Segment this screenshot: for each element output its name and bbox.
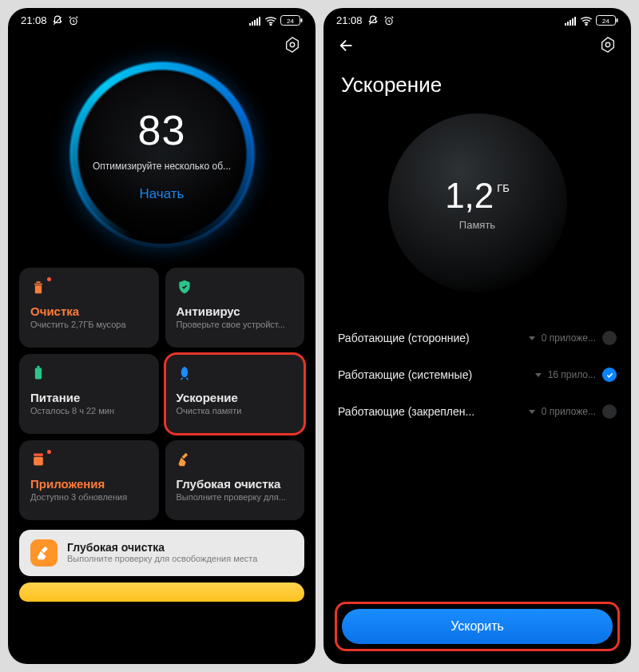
tile-subtitle: Очистить 2,7ГБ мусора — [30, 320, 148, 329]
wifi-icon — [264, 16, 277, 26]
promo-strip[interactable] — [19, 583, 304, 602]
svg-point-11 — [290, 42, 295, 47]
svg-rect-18 — [565, 23, 566, 26]
svg-point-27 — [605, 42, 610, 47]
deep-clean-sub: Выполните проверку для освобождения мест… — [67, 554, 293, 565]
tile-title: Очистка — [30, 304, 148, 318]
tile-title: Антивирус — [177, 304, 294, 318]
svg-rect-15 — [34, 454, 43, 456]
svg-point-23 — [585, 24, 587, 26]
memory-label: Память — [459, 219, 495, 231]
cta-highlight: Ускорить — [335, 602, 620, 651]
tile-subtitle: Доступно 3 обновления — [30, 492, 148, 502]
deep-clean-card[interactable]: Глубокая очистка Выполните проверку для … — [19, 530, 304, 576]
tile-antivirus[interactable]: Антивирус Проверьте свое устройст... — [165, 268, 305, 348]
tile-title: Глубокая очистка — [177, 477, 294, 491]
tile-boost[interactable]: Ускорение Очистка памяти — [165, 354, 305, 434]
svg-rect-25 — [617, 18, 618, 22]
checkbox-unchecked-icon[interactable] — [602, 404, 617, 419]
svg-rect-6 — [259, 17, 260, 26]
svg-rect-4 — [254, 20, 256, 26]
row-value: 16 прило... — [548, 369, 596, 380]
row-pinned[interactable]: Работающие (закреплен... 0 приложе... — [338, 393, 617, 430]
tile-subtitle: Выполните проверку для... — [177, 492, 294, 502]
tile-title: Питание — [30, 391, 148, 404]
signal-icon — [565, 16, 577, 26]
chevron-down-icon — [529, 336, 535, 340]
phone-security-app: 21:08 24 83 Оптимизируйте несколько об..… — [8, 8, 316, 664]
top-bar — [8, 30, 316, 60]
score-value: 83 — [138, 106, 186, 154]
svg-rect-22 — [574, 17, 576, 26]
notification-dot-icon — [47, 277, 51, 281]
tile-subtitle: Проверьте свое устройст... — [177, 320, 294, 329]
row-label: Работающие (сторонние) — [338, 332, 470, 344]
svg-rect-12 — [35, 368, 42, 379]
chevron-down-icon — [535, 373, 542, 377]
phone-boost-app: 21:08 24 Ускорение 1,2 ГБ Память Работаю… — [323, 8, 631, 664]
score-circle: 83 Оптимизируйте несколько об... Начать — [73, 65, 252, 244]
svg-rect-20 — [570, 20, 571, 26]
tile-title: Приложения — [30, 477, 148, 491]
antivirus-icon — [177, 279, 194, 296]
svg-text:24: 24 — [287, 18, 294, 25]
memory-section: 1,2 ГБ Память — [323, 104, 631, 313]
alarm-icon — [383, 15, 395, 26]
deep-clean-title: Глубокая очистка — [67, 541, 293, 554]
status-bar: 21:08 24 — [8, 8, 316, 30]
svg-rect-19 — [567, 22, 569, 26]
tile-power[interactable]: Питание Осталось 8 ч 22 мин — [19, 354, 159, 434]
svg-rect-14 — [34, 457, 43, 466]
row-system[interactable]: Работающие (системные) 16 прило... — [338, 356, 617, 393]
process-list: Работающие (сторонние) 0 приложе... Рабо… — [323, 313, 631, 430]
tile-cleanup[interactable]: Очистка Очистить 2,7ГБ мусора — [19, 268, 159, 348]
memory-value: 1,2 — [445, 176, 494, 216]
status-time: 21:08 — [21, 14, 47, 26]
status-time: 21:08 — [336, 14, 363, 26]
row-value: 0 приложе... — [542, 406, 596, 417]
status-bar: 21:08 24 — [323, 8, 631, 30]
svg-rect-13 — [37, 366, 39, 368]
svg-text:24: 24 — [602, 18, 609, 25]
top-bar — [323, 30, 631, 62]
tile-subtitle: Очистка памяти — [177, 406, 294, 416]
tile-subtitle: Осталось 8 ч 22 мин — [30, 406, 148, 416]
apps-icon — [30, 451, 48, 469]
svg-rect-2 — [249, 23, 251, 26]
dnd-icon — [52, 15, 63, 26]
svg-rect-9 — [301, 18, 303, 22]
boost-icon — [177, 365, 194, 383]
cleanup-icon — [30, 279, 48, 296]
start-button[interactable]: Начать — [140, 186, 185, 202]
battery-icon: 24 — [596, 15, 618, 26]
memory-unit: ГБ — [497, 182, 510, 194]
tile-apps[interactable]: Приложения Доступно 3 обновления — [19, 440, 159, 520]
score-hint: Оптимизируйте несколько об... — [93, 161, 231, 172]
alarm-icon — [68, 15, 79, 26]
deepclean-icon — [177, 451, 194, 469]
broom-icon — [30, 539, 58, 567]
back-icon[interactable] — [338, 36, 357, 55]
settings-icon[interactable] — [599, 36, 617, 54]
row-value: 0 приложе... — [542, 332, 596, 344]
score-section: 83 Оптимизируйте несколько об... Начать — [8, 60, 316, 258]
tile-deepclean[interactable]: Глубокая очистка Выполните проверку для.… — [165, 440, 305, 520]
checkbox-unchecked-icon[interactable] — [602, 331, 617, 345]
svg-rect-5 — [256, 18, 258, 26]
checkbox-checked-icon[interactable] — [602, 368, 617, 382]
chevron-down-icon — [529, 410, 535, 414]
dnd-icon — [367, 15, 379, 26]
row-label: Работающие (закреплен... — [338, 405, 474, 418]
wifi-icon — [580, 16, 593, 26]
svg-point-7 — [270, 24, 272, 26]
settings-icon[interactable] — [284, 36, 301, 54]
memory-circle: 1,2 ГБ Память — [388, 113, 567, 292]
svg-rect-3 — [252, 22, 253, 26]
notification-dot-icon — [47, 450, 51, 454]
row-label: Работающие (системные) — [338, 368, 472, 381]
page-title: Ускорение — [323, 62, 631, 104]
row-third-party[interactable]: Работающие (сторонние) 0 приложе... — [338, 320, 617, 356]
svg-rect-21 — [572, 18, 574, 26]
tile-title: Ускорение — [177, 391, 294, 404]
boost-button[interactable]: Ускорить — [342, 609, 613, 644]
